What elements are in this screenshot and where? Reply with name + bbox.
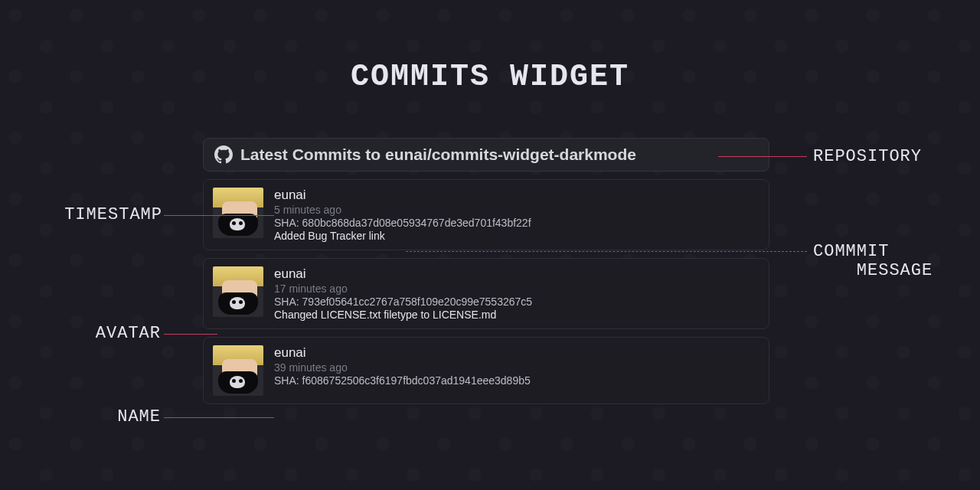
github-icon	[214, 145, 233, 164]
leader-line	[164, 334, 217, 335]
commit-sha: SHA: 793ef05641cc2767a758f109e20c99e7553…	[274, 296, 532, 308]
commit-message: Changed LICENSE.txt filetype to LICENSE.…	[274, 309, 532, 321]
callout-timestamp: TIMESTAMP	[55, 205, 162, 224]
commit-row[interactable]: eunai 5 minutes ago SHA: 680bc868da37d08…	[203, 179, 769, 250]
commits-widget: Latest Commits to eunai/commits-widget-d…	[203, 138, 769, 444]
commit-body: eunai 39 minutes ago SHA: f6086752506c3f…	[274, 345, 531, 396]
header-prefix: Latest Commits to	[240, 145, 385, 163]
commit-message: Added Bug Tracker link	[274, 230, 531, 242]
commit-row[interactable]: eunai 17 minutes ago SHA: 793ef05641cc27…	[203, 258, 769, 329]
header-repo: eunai/commits-widget-darkmode	[385, 145, 636, 163]
callout-name: NAME	[107, 407, 161, 426]
callout-commit-message: COMMMIT MESSAGE	[813, 242, 933, 280]
leader-line	[164, 417, 274, 418]
avatar	[213, 188, 263, 238]
page-title: COMMITS WIDGET	[0, 60, 980, 94]
callout-repository: REPOSITORY	[813, 147, 922, 166]
commit-row[interactable]: eunai 39 minutes ago SHA: f6086752506c3f…	[203, 337, 769, 404]
widget-header-text: Latest Commits to eunai/commits-widget-d…	[240, 145, 636, 164]
commit-timestamp: 17 minutes ago	[274, 283, 532, 295]
commit-body: eunai 17 minutes ago SHA: 793ef05641cc27…	[274, 266, 532, 321]
leader-line	[164, 215, 274, 216]
leader-line	[406, 251, 807, 252]
widget-header[interactable]: Latest Commits to eunai/commits-widget-d…	[203, 138, 769, 172]
commit-author: eunai	[274, 266, 532, 282]
callout-avatar: AVATAR	[84, 324, 161, 343]
commit-author: eunai	[274, 188, 531, 203]
commit-timestamp: 5 minutes ago	[274, 204, 531, 216]
avatar	[213, 266, 263, 317]
leader-line	[718, 156, 807, 157]
commit-sha: SHA: 680bc868da37d08e05934767de3ed701f43…	[274, 217, 531, 229]
avatar	[213, 345, 263, 396]
commit-sha: SHA: f6086752506c3f6197fbdc037ad1941eee3…	[274, 374, 531, 387]
commit-body: eunai 5 minutes ago SHA: 680bc868da37d08…	[274, 188, 531, 242]
commit-author: eunai	[274, 345, 531, 361]
commit-timestamp: 39 minutes ago	[274, 361, 531, 374]
